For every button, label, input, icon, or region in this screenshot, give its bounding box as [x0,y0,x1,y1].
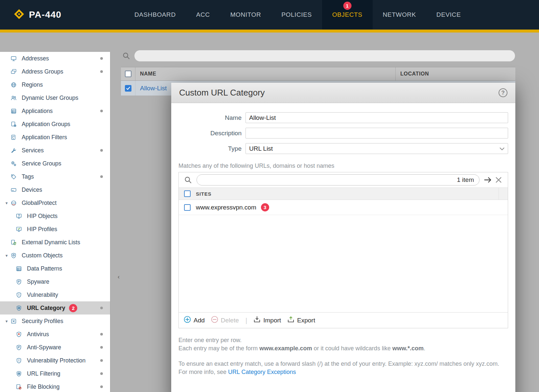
help-line-3-text: To ensure an exact entry match, use a fo… [178,360,499,375]
column-dot-icon [100,70,103,73]
chevron-down-icon [499,146,505,154]
name-row: Name [178,112,508,123]
sidebar-item-label: Applications [22,108,53,115]
description-row: Description [178,128,508,139]
sidebar-item-security-profiles[interactable]: ▾Security Profiles [0,315,110,328]
sidebar-item-file-blocking[interactable]: File Blocking [0,380,110,392]
sidebar-item-application-filters[interactable]: Application Filters [0,131,110,144]
tab-dashboard[interactable]: DASHBOARD [124,0,186,30]
sidebar-item-custom-objects[interactable]: ▾Custom Objects [0,249,110,262]
url-category-exceptions-link[interactable]: URL Category Exceptions [228,369,296,375]
tab-monitor[interactable]: MONITOR [220,0,271,30]
tab-policies[interactable]: POLICIES [271,0,322,30]
sidebar-item-label: Address Groups [22,68,63,75]
sidebar-item-anti-spyware[interactable]: Anti-Spyware [0,341,110,354]
tab-device[interactable]: DEVICE [426,0,471,30]
matches-caption: Matches any of the following URLs, domai… [178,163,508,169]
sidebar-item-data-patterns[interactable]: Data Patterns [0,262,110,275]
help-icon[interactable]: ? [499,88,507,97]
chevron-down-icon[interactable]: ▾ [3,201,11,206]
sidebar-item-devices[interactable]: Devices [0,183,110,196]
security-profiles-icon [11,318,19,324]
column-header-name[interactable]: NAME [135,67,396,80]
sidebar-item-label: Spyware [27,278,49,285]
column-dot-icon [100,175,103,178]
sidebar-item-address-groups[interactable]: Address Groups [0,65,110,78]
column-dot-icon [100,346,103,349]
data-patterns-icon [16,266,24,272]
row-checkbox-checked[interactable] [125,85,131,92]
delete-button[interactable]: Delete [211,316,239,325]
column-dot-icon [100,307,103,309]
step-badge-2: 2 [69,304,77,312]
sidebar-item-hip-profiles[interactable]: HIP Profiles [0,223,110,236]
sidebar-item-addresses[interactable]: Addresses [0,52,110,65]
sidebar-item-services[interactable]: Services [0,144,110,157]
tab-network[interactable]: NETWORK [373,0,426,30]
sidebar-item-applications[interactable]: Applications [0,104,110,118]
sidebar-item-url-category[interactable]: URL Category2 [0,301,110,315]
addresses-icon [11,55,19,62]
sidebar-item-tags[interactable]: Tags [0,170,110,183]
import-icon [253,316,261,325]
sites-search-row: 1 item [179,172,508,187]
application-filters-icon [11,134,19,141]
dialog-body: Name Description Type URL List Matches a… [171,112,515,376]
sidebar-item-globalprotect[interactable]: ▾GlobalProtect [0,196,110,209]
export-button[interactable]: Export [287,316,315,325]
column-dot-icon [100,333,103,336]
clear-filter-x-icon[interactable] [493,175,504,185]
sidebar-item-label: URL Filtering [27,370,60,377]
chevron-down-icon[interactable]: ▾ [3,319,11,324]
description-field[interactable] [246,128,508,139]
search-icon [121,51,131,61]
sidebar-item-spyware[interactable]: Spyware [0,275,110,288]
sidebar-item-label: HIP Profiles [27,226,57,233]
delete-icon [211,316,219,325]
sidebar-item-url-filtering[interactable]: URL Filtering [0,367,110,380]
sidebar-item-label: Antivirus [27,331,49,338]
sidebar-item-vulnerability[interactable]: Vulnerability [0,288,110,301]
help-line-1: Enter one entry per row. [178,336,508,344]
tab-objects[interactable]: 1 OBJECTS [322,0,373,30]
sidebar-item-dynamic-user-groups[interactable]: Dynamic User Groups [0,91,110,104]
sidebar-item-vulnerability-protection[interactable]: Vulnerability Protection [0,354,110,367]
select-all-checkbox[interactable] [125,71,131,77]
sidebar-item-regions[interactable]: Regions [0,78,110,91]
add-button[interactable]: Add [183,316,205,325]
top-nav: PA-440 DASHBOARD ACC MONITOR POLICIES 1 … [0,0,539,30]
type-dropdown[interactable]: URL List [246,143,508,154]
column-dot-icon [100,57,103,60]
service-groups-icon [11,161,19,167]
content-search-input[interactable] [134,50,515,62]
sidebar-item-label: Devices [22,186,42,193]
sidebar-item-label: Application Groups [22,121,70,128]
column-dot-icon [100,149,103,152]
table-header-row: NAME LOCATION [121,67,515,81]
sidebar-collapse-handle[interactable]: ‹ [116,272,121,282]
tab-acc[interactable]: ACC [186,0,220,30]
name-field[interactable] [246,112,508,123]
column-header-location[interactable]: LOCATION [396,71,515,77]
sites-toolbar: Add Delete | Import [179,312,508,328]
step-badge-3: 3 [261,203,269,211]
application-groups-icon [11,121,19,127]
sidebar-item-antivirus[interactable]: Antivirus [0,328,110,341]
sidebar-item-application-groups[interactable]: Application Groups [0,118,110,131]
apply-filter-arrow-icon[interactable] [483,175,493,185]
sidebar-item-hip-objects[interactable]: HIP Objects [0,209,110,223]
site-url[interactable]: www.expressvpn.com [196,204,256,211]
import-button[interactable]: Import [253,316,281,325]
sites-filter-input[interactable]: 1 item [197,174,480,185]
sidebar-item-service-groups[interactable]: Service Groups [0,157,110,170]
sidebar-item-label: URL Category [27,305,65,312]
content-search-row [121,50,515,62]
vulnerability-protection-icon [16,358,24,364]
site-row-checkbox[interactable] [184,204,191,211]
sidebar-item-label: Security Profiles [22,318,63,325]
sidebar-item-external-dynamic-lists[interactable]: External Dynamic Lists [0,236,110,249]
chevron-down-icon[interactable]: ▾ [3,253,11,258]
sites-select-all-checkbox[interactable] [184,190,191,197]
entry-help-text: Enter one entry per row. Each entry may … [178,336,508,376]
help-wildcard-domain: www.*.com [392,345,424,352]
